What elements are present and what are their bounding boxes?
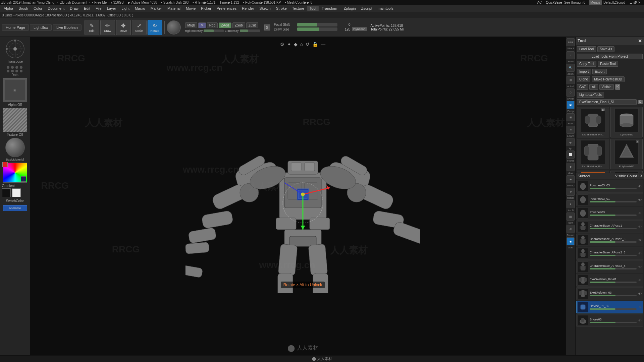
menu-color[interactable]: Color (31, 6, 45, 11)
eye-icon[interactable]: 👁 (638, 251, 642, 255)
load-tools-from-project-btn[interactable]: Load Tools From Project (577, 54, 643, 59)
canvas-icon-diamond[interactable]: ◆ (294, 42, 298, 47)
canvas-icon-rotate[interactable]: ↺ (306, 42, 310, 47)
menu-layer[interactable]: Layer (105, 6, 119, 11)
paste-tool-btn[interactable]: Paste Tool (598, 61, 618, 67)
subtool-item-exo-03[interactable]: ExoSkeleton_03 👁 (576, 287, 643, 300)
color-picker-section[interactable] (3, 163, 27, 183)
tool-thumb-exo1[interactable]: 18 ExoSkeleton_Fin... (577, 107, 609, 137)
load-tool-btn[interactable]: Load Tool (577, 46, 596, 52)
tab-lightbox[interactable]: LightBox (30, 24, 52, 31)
save-as-btn[interactable]: Save As (597, 46, 614, 52)
tool-thumb-cylinder[interactable]: Cylinder3D (610, 107, 643, 137)
subtool-item-charbase-apose2-4[interactable]: CharacterBase_APose2_4 👁 (576, 260, 643, 273)
canvas-icon-dash[interactable]: — (321, 42, 325, 47)
menu-movie[interactable]: Movie (183, 6, 198, 11)
alpha-section[interactable]: ▣ Alpha Off (2, 78, 28, 107)
icon-move[interactable]: ✥ (567, 163, 575, 171)
subtool-item-pouches03-03[interactable]: Pouches03_03 👁 (576, 180, 643, 193)
menus-btn[interactable]: Menus (589, 0, 602, 5)
icon-zoom[interactable]: 🔍 (567, 64, 575, 72)
icon-transp[interactable]: ◎ (567, 225, 575, 233)
focal-shift-slider[interactable] (297, 23, 337, 26)
r-badge[interactable]: R (615, 84, 620, 90)
sphere-preview[interactable] (167, 20, 181, 35)
goz-btn[interactable]: GoZ (577, 84, 588, 90)
copy-tool-btn[interactable]: Copy Tool (577, 61, 596, 67)
icon-lsym[interactable]: ⇔ (567, 126, 575, 134)
menu-brush[interactable]: Brush (16, 6, 31, 11)
eye-icon[interactable]: 👁 (638, 225, 642, 229)
tab-live-boolean[interactable]: Live Boolean (53, 24, 82, 31)
s-btn[interactable]: S (264, 24, 270, 31)
mrgb-btn[interactable]: Mrgb (185, 22, 198, 28)
rgb-btn[interactable]: Rgb (207, 22, 218, 28)
eye-icon[interactable]: 👁 (638, 238, 642, 242)
menu-light[interactable]: Light (119, 6, 132, 11)
icon-xyz[interactable]: xyz (567, 138, 575, 146)
eye-icon[interactable]: 👁 (638, 265, 642, 269)
menu-file[interactable]: File (93, 6, 104, 11)
rgb-intensity-slider[interactable] (204, 29, 224, 32)
icon-solo[interactable]: ◉ (567, 237, 575, 245)
tool-r-badge[interactable]: R (638, 100, 643, 104)
eye-icon[interactable]: 👁 (638, 278, 642, 282)
menu-preferences[interactable]: Preferences (214, 6, 239, 11)
eye-icon[interactable]: 👁 (638, 184, 642, 188)
canvas-icon-settings[interactable]: ⚙ (280, 42, 284, 47)
canvas-icon-star[interactable]: ✦ (287, 42, 291, 47)
all-btn[interactable]: All (589, 84, 598, 90)
z-intensity-slider[interactable] (240, 29, 260, 32)
draw-size-slider[interactable] (297, 27, 337, 31)
menu-zplugin[interactable]: Zplugin (341, 6, 358, 11)
menu-stroke[interactable]: Stroke (274, 6, 289, 11)
icon-floor[interactable]: ⊟ (567, 113, 575, 121)
icon-buff[interactable]: ▤ (567, 213, 575, 221)
zsub-btn[interactable]: ZSub (232, 22, 245, 28)
subtool-item-device-01-b2[interactable]: Device_01_B2 👁 (576, 301, 643, 313)
zadd-btn[interactable]: ZAdd (219, 22, 231, 28)
menu-draw[interactable]: Draw (67, 6, 81, 11)
quick-save-btn[interactable]: QuickSave (546, 1, 562, 4)
icon-linefil[interactable]: ≡ (567, 200, 575, 208)
subtool-item-exo-final1[interactable]: ExoSkeleton_Final1 👁 (576, 274, 643, 287)
subtool-item-shoes03[interactable]: Shoes03 👁 (576, 314, 643, 327)
color-swatch-fg[interactable] (2, 162, 8, 167)
eye-icon[interactable]: 👁 (638, 305, 642, 309)
scale-btn[interactable]: ⤢ Scale (132, 20, 147, 35)
tab-homepage[interactable]: Home Page (2, 24, 29, 31)
subtool-item-pouches03-01[interactable]: Pouches03_01 👁 (576, 193, 643, 206)
default-zscript[interactable]: DefaultZScript (603, 1, 625, 4)
icon-bpr[interactable]: BPR (567, 38, 575, 46)
menu-maintools[interactable]: maintools (375, 6, 396, 11)
eye-icon[interactable]: 👁 (638, 318, 642, 322)
clone-btn[interactable]: Clone (577, 76, 590, 82)
menu-sketch[interactable]: Sketch (257, 6, 273, 11)
grad-swatch-black[interactable] (2, 188, 11, 197)
rotate-btn[interactable]: ↻ Rotate (148, 20, 162, 35)
dynamic-btn[interactable]: Dynamic (352, 27, 367, 31)
subtool-item-charbase-apose1[interactable]: CharacterBase_APose1 👁 (576, 220, 643, 233)
canvas-icon-lock[interactable]: 🔒 (312, 42, 318, 47)
import-btn[interactable]: Import (577, 69, 591, 74)
m-btn[interactable]: M (198, 22, 206, 28)
visible-btn[interactable]: Visible (599, 84, 614, 90)
menu-zscript[interactable]: Zscript (359, 6, 375, 11)
menu-texture[interactable]: Texture (290, 6, 307, 11)
canvas-area[interactable]: RRCG 人人素材 RRCG 人人素材 RRCG 人人素材 RRCG 人人素材 … (30, 37, 575, 355)
color-swatch-bg[interactable] (21, 176, 26, 182)
export-btn[interactable]: Export (592, 69, 607, 74)
eye-icon[interactable]: 👁 (638, 211, 642, 215)
draw-btn[interactable]: ✏ Draw (100, 20, 115, 35)
window-controls[interactable]: 🗕 🗗 ✕ (629, 1, 641, 4)
transpose-widget[interactable] (5, 39, 25, 59)
edit-btn[interactable]: ✎ Edit (85, 20, 99, 35)
tool-thumb-exo2[interactable]: ExoSkeleton_Fin... (577, 139, 609, 169)
icon-persp[interactable]: ▣ (567, 101, 575, 109)
tool-thumb-polymesh[interactable]: 2 PolyMesh3D (610, 139, 643, 169)
texture-section[interactable]: Texture Off (2, 108, 28, 136)
subtool-item-pouches03[interactable]: Pouches03 👁 (576, 207, 643, 220)
eye-icon[interactable]: 👁 (638, 198, 642, 202)
lightbox-tools-btn[interactable]: Lightbox>Tools (577, 92, 604, 98)
menu-document[interactable]: Document (45, 6, 67, 11)
